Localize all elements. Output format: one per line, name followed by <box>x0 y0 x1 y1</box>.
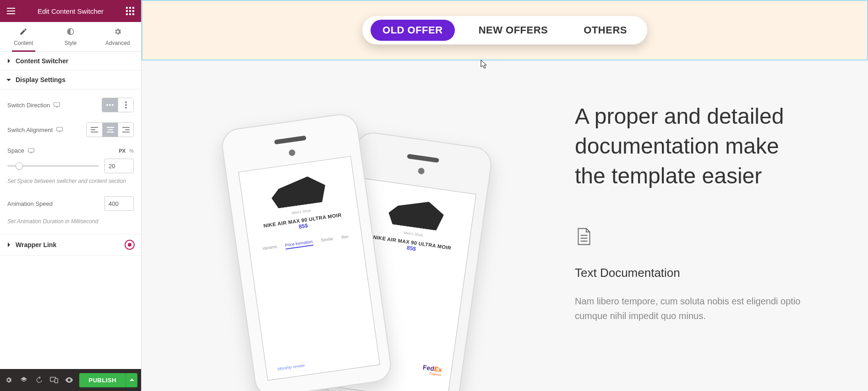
preview-button[interactable] <box>64 374 74 386</box>
caret-right-icon <box>6 241 11 248</box>
svg-rect-9 <box>59 132 60 132</box>
align-left[interactable] <box>87 123 102 137</box>
section-display-settings-label: Display Settings <box>16 76 66 83</box>
menu-button[interactable] <box>5 5 17 17</box>
svg-rect-10 <box>91 127 98 128</box>
tab-advanced-label: Advanced <box>105 40 130 46</box>
tab-style[interactable]: Style <box>47 22 94 51</box>
feature-body: Nam libero tempore, cum soluta nobis est… <box>575 294 813 323</box>
panel-title: Edit Content Switcher <box>38 7 104 15</box>
grid-icon <box>126 7 134 15</box>
switch-new-offers[interactable]: NEW OFFERS <box>467 20 560 41</box>
history-button[interactable] <box>34 374 44 386</box>
align-right[interactable] <box>118 123 133 137</box>
dots-horizontal-icon <box>106 103 114 107</box>
align-right-icon <box>122 127 130 132</box>
contrast-icon <box>66 28 75 36</box>
svg-point-6 <box>125 104 127 106</box>
svg-rect-1 <box>56 107 58 107</box>
eye-icon <box>65 377 73 383</box>
section-display-settings[interactable]: Display Settings <box>0 71 141 89</box>
widgets-button[interactable] <box>124 5 136 17</box>
switch-old-offer[interactable]: OLD OFFER <box>371 20 455 41</box>
caret-right-icon <box>6 57 11 65</box>
svg-rect-16 <box>122 127 130 128</box>
switcher-section[interactable]: OLD OFFER NEW OFFERS OTHERS <box>142 0 868 61</box>
space-units: PX % <box>119 148 134 154</box>
animation-row: Animation Speed <box>7 196 134 211</box>
tab-price-formation: Price formation <box>285 239 313 249</box>
svg-rect-18 <box>122 132 130 132</box>
responsive-icon[interactable] <box>56 127 63 132</box>
unit-px[interactable]: PX <box>119 148 126 154</box>
pencil-icon <box>19 28 28 36</box>
switch-alignment-row: Switch Alignment <box>7 122 134 137</box>
tab-style-label: Style <box>65 40 77 46</box>
svg-rect-17 <box>125 129 130 130</box>
tab-reviews: Rev <box>341 234 349 242</box>
svg-rect-19 <box>28 148 34 152</box>
animation-help: Set Animation Duration in Millisecond <box>7 218 134 225</box>
align-center[interactable] <box>102 123 118 137</box>
svg-rect-8 <box>57 127 63 131</box>
tab-similar: Similar <box>321 237 334 245</box>
tab-advanced[interactable]: Advanced <box>94 22 141 51</box>
svg-point-3 <box>109 104 111 106</box>
svg-rect-15 <box>107 132 114 132</box>
navigator-button[interactable] <box>19 374 28 386</box>
publish-options[interactable] <box>126 373 137 387</box>
switch-direction-group <box>102 98 134 112</box>
controls-panel: Content Switcher Display Settings Switch… <box>0 52 141 369</box>
section-content-switcher[interactable]: Content Switcher <box>0 52 141 71</box>
headline: A proper and detailed documentation make… <box>575 102 813 191</box>
settings-button[interactable] <box>4 374 13 386</box>
svg-rect-0 <box>54 103 60 106</box>
space-input[interactable] <box>104 159 134 173</box>
direction-horizontal[interactable] <box>102 98 118 112</box>
wrapper-link-badge-icon <box>125 240 135 250</box>
display-settings-body: Switch Direction Switch Alignm <box>0 89 141 234</box>
switch-others[interactable]: OTHERS <box>572 20 639 41</box>
switch-alignment-label: Switch Alignment <box>7 127 53 133</box>
product-tabs: Variants Price formation Similar Rev <box>250 232 362 254</box>
svg-rect-13 <box>107 127 114 128</box>
svg-point-5 <box>125 101 127 103</box>
document-icon <box>575 227 593 246</box>
layers-icon <box>20 376 27 384</box>
svg-point-2 <box>106 104 108 106</box>
hamburger-icon <box>7 8 15 14</box>
shoe-icon <box>387 196 445 231</box>
animation-input[interactable] <box>104 196 134 211</box>
space-label: Space <box>7 147 24 154</box>
editor-tabs: Content Style Advanced <box>0 22 141 52</box>
publish-button[interactable]: PUBLISH <box>79 373 126 387</box>
preview-content: Men's Shoe NIKE AIR MAX 90 ULTRA MOIR 85… <box>142 61 868 391</box>
svg-point-4 <box>112 104 114 106</box>
tab-content[interactable]: Content <box>0 22 47 51</box>
content-switcher: OLD OFFER NEW OFFERS OTHERS <box>362 16 647 44</box>
dots-vertical-icon <box>124 101 128 109</box>
space-slider[interactable] <box>7 165 99 167</box>
direction-vertical[interactable] <box>118 98 133 112</box>
switch-direction-label: Switch Direction <box>7 102 50 109</box>
svg-rect-20 <box>30 153 32 153</box>
gear-icon <box>5 376 12 384</box>
svg-rect-11 <box>91 129 95 130</box>
align-center-icon <box>107 127 114 132</box>
responsive-icon[interactable] <box>28 148 34 154</box>
gear-icon <box>113 28 122 36</box>
preview-canvas: OLD OFFER NEW OFFERS OTHERS Men's Shoe N… <box>142 0 868 391</box>
tab-content-label: Content <box>14 40 33 46</box>
section-wrapper-link[interactable]: Wrapper Link <box>0 234 141 256</box>
devices-icon <box>50 377 58 383</box>
editor-sidebar: Edit Content Switcher Content Style Adva… <box>0 0 142 391</box>
responsive-icon[interactable] <box>54 102 60 108</box>
space-help: Set Space between switcher and content s… <box>7 178 134 184</box>
feature-title: Text Documentation <box>575 266 813 280</box>
svg-rect-14 <box>108 129 113 130</box>
unit-percent[interactable]: % <box>129 148 134 154</box>
phones-graphic: Men's Shoe NIKE AIR MAX 90 ULTRA MOIR 85… <box>197 88 547 391</box>
responsive-button[interactable] <box>49 374 59 386</box>
svg-rect-12 <box>91 132 98 132</box>
caret-down-icon <box>6 76 11 83</box>
